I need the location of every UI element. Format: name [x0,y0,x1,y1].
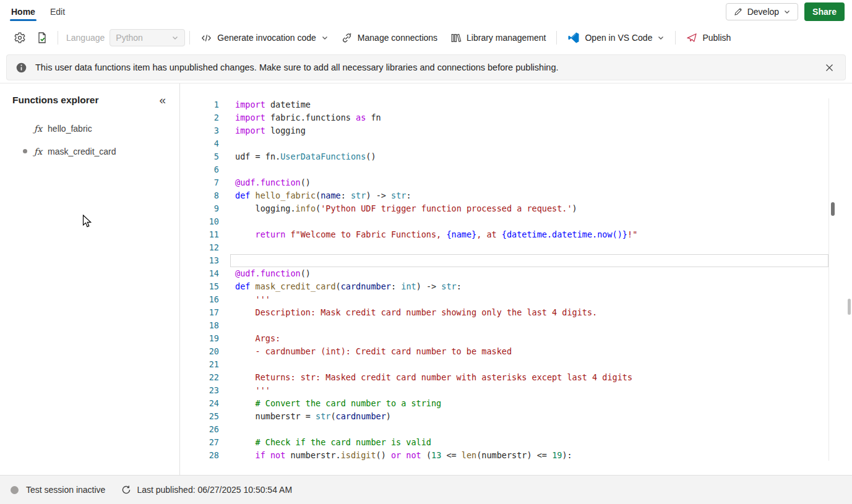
chevron-down-icon [321,34,329,41]
line-number: 25 [193,410,230,423]
line-content[interactable] [230,137,828,150]
chevron-down-icon [657,34,665,41]
line-content[interactable]: Args: [230,332,828,345]
code-line[interactable]: 14@udf.function() [193,267,828,280]
code-line[interactable]: 6 [193,163,828,176]
tab-edit[interactable]: Edit [43,1,72,23]
open-in-vscode-button[interactable]: Open in VS Code [561,27,671,48]
code-file-icon [36,32,48,44]
code-editor-area: 1import datetime2import fabric.functions… [180,83,852,475]
line-content[interactable] [230,254,828,267]
line-content[interactable]: ''' [230,293,828,306]
line-content[interactable]: @udf.function() [230,176,828,189]
code-line[interactable]: 13 [193,254,828,267]
line-content[interactable]: def mask_credit_card(cardnumber: int) ->… [230,280,828,293]
code-line[interactable]: 20 - cardnumber (int): Credit card numbe… [193,345,828,358]
code-line[interactable]: 22 Returns: str: Masked credit card numb… [193,371,828,384]
save-script-button[interactable] [31,27,53,48]
line-number: 27 [193,436,230,449]
code-line[interactable]: 19 Args: [193,332,828,345]
code-line[interactable]: 5udf = fn.UserDataFunctions() [193,150,828,163]
line-content[interactable] [230,423,828,436]
line-number: 23 [193,384,230,397]
line-number: 11 [193,228,230,241]
library-management-button[interactable]: Library management [444,28,552,48]
line-content[interactable]: numberstr = str(cardnumber) [230,410,828,423]
line-content[interactable]: Description: Mask credit card number sho… [230,306,828,319]
code-line[interactable]: 23 ''' [193,384,828,397]
line-content[interactable]: import datetime [230,98,828,111]
refresh-icon[interactable] [121,485,131,495]
line-content[interactable] [230,358,828,371]
code-line[interactable]: 8def hello_fabric(name: str) -> str: [193,189,828,202]
editor-scrollbar[interactable] [828,98,837,461]
line-content[interactable] [230,241,828,254]
line-content[interactable]: Returns: str: Masked credit card number … [230,371,828,384]
line-content[interactable]: @udf.function() [230,267,828,280]
function-fx-icon: ƒx [34,147,42,156]
line-content[interactable]: # Convert the card number to a string [230,397,828,410]
function-fx-icon: ƒx [34,124,42,134]
page-scrollbar-thumb[interactable] [848,299,851,315]
chevron-down-icon [171,34,179,41]
publish-button[interactable]: Publish [680,28,737,48]
generate-invocation-code-button[interactable]: Generate invocation code [194,28,335,48]
language-select[interactable]: Python [110,29,185,46]
code-line[interactable]: 28 if not numberstr.isdigit() or not (13… [193,449,828,462]
code-line[interactable]: 15def mask_credit_card(cardnumber: int) … [193,280,828,293]
manage-connections-label: Manage connections [358,33,437,43]
line-content[interactable]: import logging [230,124,828,137]
code-line[interactable]: 4 [193,137,828,150]
code-line[interactable]: 25 numberstr = str(cardnumber) [193,410,828,423]
function-name: hello_fabric [48,124,92,134]
collapse-panel-icon[interactable]: « [157,93,168,107]
tab-home[interactable]: Home [4,1,43,23]
code-line[interactable]: 24 # Convert the card number to a string [193,397,828,410]
develop-button[interactable]: Develop [726,3,798,20]
line-content[interactable]: import fabric.functions as fn [230,111,828,124]
code-line[interactable]: 16 ''' [193,293,828,306]
line-content[interactable]: logging.info('Python UDF trigger functio… [230,202,828,215]
generate-invocation-code-icon [200,32,212,44]
code-line[interactable]: 10 [193,215,828,228]
share-button[interactable]: Share [804,2,845,21]
line-content[interactable]: return f"Welcome to Fabric Functions, {n… [230,228,828,241]
functions-explorer-panel: Functions explorer « ƒxhello_fabricƒxmas… [0,83,180,475]
line-content[interactable]: if not numberstr.isdigit() or not (13 <=… [230,449,828,462]
line-content[interactable]: - cardnumber (int): Credit card number t… [230,345,828,358]
code-editor[interactable]: 1import datetime2import fabric.functions… [193,98,828,462]
session-status-label: Test session inactive [26,485,105,495]
code-line[interactable]: 26 [193,423,828,436]
generate-invocation-code-label: Generate invocation code [217,33,316,43]
code-line[interactable]: 11 return f"Welcome to Fabric Functions,… [193,228,828,241]
close-icon[interactable] [822,61,837,75]
line-content[interactable]: def hello_fabric(name: str) -> str: [230,189,828,202]
line-content[interactable] [230,215,828,228]
pencil-icon [733,7,743,17]
code-line[interactable]: 9 logging.info('Python UDF trigger funct… [193,202,828,215]
code-line[interactable]: 12 [193,241,828,254]
code-line[interactable]: 7@udf.function() [193,176,828,189]
code-line[interactable]: 3import logging [193,124,828,137]
line-content[interactable]: udf = fn.UserDataFunctions() [230,150,828,163]
manage-connections-button[interactable]: Manage connections [335,28,444,48]
code-line[interactable]: 27 # Check if the card number is valid [193,436,828,449]
code-line[interactable]: 21 [193,358,828,371]
line-number: 28 [193,449,230,462]
functions-explorer-title: Functions explorer [12,95,99,106]
function-item[interactable]: ƒxmask_credit_card [0,140,179,163]
code-line[interactable]: 1import datetime [193,98,828,111]
line-number: 5 [193,150,230,163]
function-item[interactable]: ƒxhello_fabric [0,117,179,140]
code-line[interactable]: 18 [193,319,828,332]
settings-button[interactable] [9,27,31,48]
line-content[interactable] [230,319,828,332]
code-line[interactable]: 2import fabric.functions as fn [193,111,828,124]
scrollbar-thumb[interactable] [831,202,835,216]
session-status-dot [11,486,19,494]
line-content[interactable]: ''' [230,384,828,397]
code-line[interactable]: 17 Description: Mask credit card number … [193,306,828,319]
line-number: 10 [193,215,230,228]
line-content[interactable]: # Check if the card number is valid [230,436,828,449]
line-content[interactable] [230,163,828,176]
